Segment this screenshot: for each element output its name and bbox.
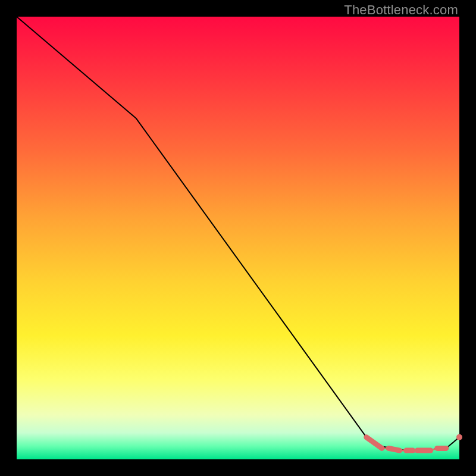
watermark-text: TheBottleneck.com xyxy=(344,2,458,18)
chart-overlay xyxy=(17,17,459,459)
band-segment xyxy=(367,437,382,449)
recommendation-band xyxy=(367,437,446,450)
chart-stage: TheBottleneck.com xyxy=(0,0,476,476)
bottleneck-curve xyxy=(17,17,459,450)
band-segment xyxy=(389,448,400,450)
end-dot xyxy=(456,434,462,440)
